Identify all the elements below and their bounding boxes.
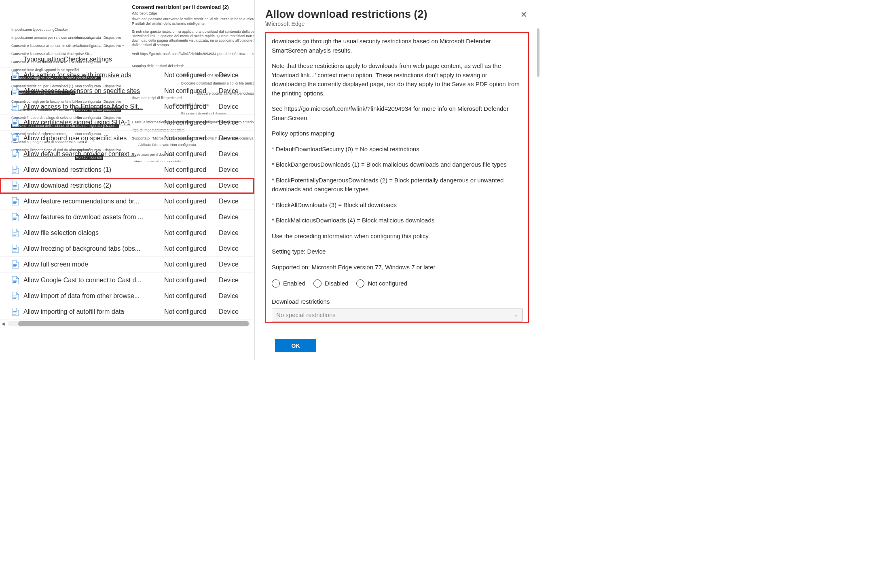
policy-state: Not configured: [164, 229, 219, 237]
document-icon: [11, 197, 19, 205]
radio-enabled[interactable]: Enabled: [272, 279, 305, 288]
policy-scope: Device: [219, 135, 251, 142]
policy-name: Allow freezing of background tabs (obs..…: [23, 245, 164, 252]
policy-row[interactable]: Allow importing of autofill form dataNot…: [0, 304, 254, 320]
policy-row[interactable]: Allow clipboard use on specific sitesNot…: [0, 131, 254, 146]
detail-body: downloads go through the usual security …: [265, 32, 529, 323]
body-p2: Note that these restrictions apply to do…: [272, 61, 522, 98]
policy-row[interactable]: Allow certificates signed using SHA-1Not…: [0, 115, 254, 131]
policy-scope: Device: [219, 277, 251, 284]
policy-row[interactable]: Allow full screen modeNot configuredDevi…: [0, 257, 254, 273]
document-icon: [11, 71, 19, 79]
ok-button[interactable]: OK: [275, 339, 316, 352]
scroll-left-arrow[interactable]: ◀: [2, 321, 5, 326]
opt3: * BlockAllDownloads (3) = Block all down…: [272, 201, 522, 210]
policy-name: Allow access to the Enterprise Mode Sit.…: [23, 103, 164, 110]
body-p5: Use the preceding information when confi…: [272, 232, 522, 241]
policy-state: Not configured: [164, 214, 219, 221]
policy-state: Not configured: [164, 103, 219, 110]
radio-disabled[interactable]: Disabled: [313, 279, 348, 288]
policy-row[interactable]: Allow access to the Enterprise Mode Sit.…: [0, 99, 254, 115]
policy-row[interactable]: Allow freezing of background tabs (obs..…: [0, 241, 254, 257]
ghost-title: Consenti restrizioni per il download (2): [132, 4, 229, 11]
policy-row[interactable]: Allow Google Cast to connect to Cast d..…: [0, 273, 254, 288]
policy-scope: Device: [219, 245, 251, 252]
policy-name: Allow Google Cast to connect to Cast d..…: [23, 277, 164, 284]
detail-title: Allow download restrictions (2): [265, 8, 427, 21]
policy-state: Not configured: [164, 292, 219, 300]
policy-name: Ads setting for sites with intrusive ads: [23, 72, 164, 79]
policy-name: Allow access to sensors on specific site…: [23, 87, 164, 95]
policy-state: Not configured: [164, 150, 219, 158]
document-icon: [11, 103, 19, 111]
opt0: * DefaultDownloadSecurity (0) = No speci…: [272, 145, 522, 154]
radio-circle-icon: [272, 279, 280, 288]
policy-scope: Device: [219, 308, 251, 315]
download-restrictions-dropdown[interactable]: No special restrictions ⌄: [272, 309, 522, 321]
radio-not-configured[interactable]: Not configured: [356, 279, 407, 288]
ghost-s1: Impostazioni typosquattingChecker: [11, 27, 68, 32]
policy-name: TyposquattingChecker settings: [23, 56, 164, 63]
policy-state: Not configured: [164, 261, 219, 268]
ghost-s3c: Dispositivo +: [104, 44, 124, 48]
policy-scope: Device: [219, 87, 251, 95]
policy-state: Not configured: [164, 119, 219, 126]
policy-name: Allow default search provider context ..…: [23, 150, 164, 158]
policy-row[interactable]: Ads setting for sites with intrusive ads…: [0, 68, 254, 83]
document-icon: [11, 308, 19, 316]
policy-row[interactable]: Allow access to sensors on specific site…: [0, 83, 254, 99]
document-icon: [11, 245, 19, 253]
ghost-g4: "download link..." opzione del menu di s…: [132, 34, 255, 38]
ghost-s2: Impostazione annunci per i siti con annu…: [11, 36, 94, 40]
policy-scope: Device: [219, 292, 251, 300]
supported-on: Supported on: Microsoft Edge version 77,…: [272, 263, 522, 272]
policy-state: Not configured: [164, 166, 219, 173]
document-icon: [11, 213, 19, 221]
policy-name: Allow import of data from other browse..…: [23, 292, 164, 300]
policy-row[interactable]: Allow feature recommendations and br...N…: [0, 194, 254, 209]
horizontal-scrollbar[interactable]: ◀: [8, 321, 250, 326]
policy-row[interactable]: Allow default search provider context ..…: [0, 146, 254, 162]
policy-row[interactable]: TyposquattingChecker settings: [0, 52, 254, 68]
close-icon[interactable]: ✕: [519, 8, 529, 21]
policy-row[interactable]: Allow download restrictions (1)Not confi…: [0, 162, 254, 178]
policy-row[interactable]: Allow file selection dialogsNot configur…: [0, 225, 254, 241]
policy-state: Not configured: [164, 135, 219, 142]
policy-state: Not configured: [164, 245, 219, 252]
policy-scope: Device: [219, 103, 251, 110]
radio-circle-icon: [313, 279, 322, 288]
ghost-s3b: +Non configurata: [74, 44, 102, 48]
scrollbar-thumb[interactable]: [18, 321, 249, 326]
policy-name: Allow features to download assets from .…: [23, 214, 164, 221]
ghost-g3: Si noti che queste restrizioni si applic…: [132, 30, 255, 34]
policy-scope: Device: [219, 198, 251, 205]
policy-name: Allow full screen mode: [23, 261, 164, 268]
dropdown-value: No special restrictions: [276, 311, 336, 320]
document-icon: [11, 55, 19, 63]
opt1: * BlockDangerousDownloads (1) = Block ma…: [272, 160, 522, 169]
policy-state: Not configured: [164, 308, 219, 315]
ghost-g1: download passano attraverso le solite re…: [132, 17, 255, 21]
document-icon: [11, 150, 19, 158]
document-icon: [11, 118, 19, 127]
policy-name: Allow importing of autofill form data: [23, 308, 164, 315]
radio-notconf-label: Not configured: [368, 279, 407, 288]
vertical-scrollbar[interactable]: [537, 28, 539, 77]
policy-row[interactable]: Allow download restrictions (2)Not confi…: [0, 178, 254, 194]
policy-scope: Device: [219, 182, 251, 189]
opt4: * BlockMaliciousDownloads (4) = Block ma…: [272, 216, 522, 225]
ghost-sub: \Microsoft Edge: [132, 11, 157, 16]
document-icon: [11, 134, 19, 142]
chevron-down-icon: ⌄: [514, 311, 518, 319]
radio-circle-icon: [356, 279, 364, 288]
document-icon: [11, 292, 19, 300]
policy-scope: Device: [219, 229, 251, 237]
policy-row[interactable]: Allow features to download assets from .…: [0, 209, 254, 225]
document-icon: [11, 260, 19, 269]
policy-row[interactable]: Allow import of data from other browse..…: [0, 288, 254, 304]
policy-scope: Device: [219, 150, 251, 158]
document-icon: [11, 87, 19, 95]
policy-name: Allow feature recommendations and br...: [23, 198, 164, 205]
ghost-s3: Consentire l'accesso ai sensori in siti …: [11, 44, 85, 48]
policy-state: Not configured: [164, 182, 219, 189]
